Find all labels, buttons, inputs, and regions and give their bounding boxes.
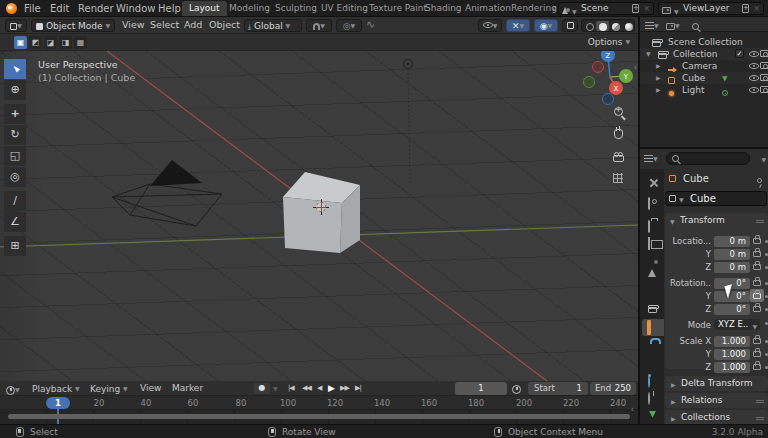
collection-checkbox[interactable]: ✓: [735, 49, 744, 58]
blender-logo-icon[interactable]: [6, 3, 17, 14]
panel-grip-icon[interactable]: [756, 398, 764, 403]
tool-measure[interactable]: ∠: [4, 212, 26, 232]
properties-search-input[interactable]: [666, 152, 750, 165]
viewlayer-selector[interactable]: ▼ ViewLayer ×: [658, 2, 764, 15]
zoom-button[interactable]: [610, 107, 626, 123]
hide-eye-icon[interactable]: [749, 51, 759, 57]
disable-render-icon[interactable]: [760, 86, 768, 93]
falloff-curve-icon[interactable]: ∿: [366, 17, 375, 33]
search-icon[interactable]: [692, 21, 699, 32]
lock-icon[interactable]: [753, 251, 761, 257]
next-keyframe-button[interactable]: ▶▶: [340, 381, 349, 396]
tab-scene[interactable]: [642, 255, 664, 272]
tool-transform[interactable]: ◎: [4, 167, 26, 187]
menu-file[interactable]: File: [22, 0, 43, 17]
unlink-scene-icon[interactable]: ×: [643, 3, 650, 14]
options-dropdown[interactable]: Options ▼: [588, 34, 630, 50]
menu-help[interactable]: Help: [156, 0, 183, 17]
pin-icon[interactable]: [757, 174, 762, 185]
tab-physics[interactable]: [642, 373, 664, 390]
outliner-display-mode[interactable]: ▼: [666, 20, 680, 31]
properties-editor-icon[interactable]: ▼: [644, 153, 658, 164]
perspective-toggle-button[interactable]: [610, 173, 626, 189]
outliner-editor-icon[interactable]: ▼: [645, 20, 659, 31]
tab-tool[interactable]: [642, 175, 664, 192]
region-collapse-arrow[interactable]: ‹: [631, 405, 634, 414]
outliner-row-scene-collection[interactable]: Scene Collection: [640, 36, 768, 48]
menu-playback[interactable]: Playback ▼: [32, 381, 80, 397]
expand-icon[interactable]: ▶: [656, 60, 661, 72]
menu-view[interactable]: View: [122, 17, 145, 33]
gizmo-x-neg[interactable]: [593, 62, 604, 73]
scale-z-field[interactable]: 1.000: [714, 362, 750, 373]
camera-object[interactable]: [112, 160, 222, 226]
tab-object[interactable]: [642, 319, 664, 336]
relations-panel[interactable]: ▶ Relations: [665, 393, 768, 408]
rotation-mode-dropdown[interactable]: XYZ E..▼: [714, 319, 760, 330]
object-name-field[interactable]: ▼ Cube: [665, 191, 767, 206]
hide-eye-icon[interactable]: [749, 63, 759, 69]
tab-modifiers[interactable]: [642, 339, 664, 356]
collections-panel[interactable]: ▶ Collections: [665, 410, 768, 424]
tab-object-data[interactable]: ▲: [642, 406, 664, 423]
select-mode-subtract-button[interactable]: ◪: [44, 36, 57, 49]
hide-eye-icon[interactable]: [749, 75, 759, 81]
disable-render-icon[interactable]: [760, 62, 768, 69]
panel-title[interactable]: Transform: [680, 213, 725, 228]
viewport-3d[interactable]: User Perspective (1) Collection | Cube ►…: [0, 51, 638, 381]
scale-x-field[interactable]: 1.000: [714, 336, 750, 347]
panel-grip-icon[interactable]: [756, 218, 764, 223]
timeline-ruler[interactable]: 20 40 60 80 100 120 140 160 180 200 220 …: [0, 396, 638, 410]
light-data-icon[interactable]: [722, 87, 728, 99]
hide-eye-icon[interactable]: [749, 87, 759, 93]
workspace-scroll-left[interactable]: ‹: [550, 0, 558, 17]
new-scene-icon[interactable]: [632, 4, 639, 15]
transform-orientation-select[interactable]: ⤓ Global ▼: [244, 19, 302, 32]
object-visibility-dropdown[interactable]: ▼: [478, 19, 502, 32]
menu-keying[interactable]: Keying ▼: [90, 381, 128, 397]
shading-rendered-button[interactable]: [622, 21, 635, 31]
use-preview-range-button[interactable]: [512, 383, 521, 394]
frame-end-field[interactable]: End 250: [590, 382, 636, 395]
light-object[interactable]: [404, 60, 413, 186]
navigation-gizmo[interactable]: Z Y X: [580, 51, 638, 108]
location-x-field[interactable]: 0 m: [714, 236, 750, 247]
lock-icon[interactable]: [753, 338, 761, 344]
tab-output[interactable]: [642, 215, 664, 232]
tool-cursor[interactable]: ⊕: [4, 80, 26, 100]
tool-add-cube[interactable]: ⊞: [4, 236, 26, 256]
lock-icon[interactable]: [753, 351, 761, 357]
select-mode-extend-button[interactable]: ◩: [29, 36, 42, 49]
lock-icon[interactable]: [753, 264, 761, 270]
play-reverse-button[interactable]: ◀: [317, 381, 321, 396]
outliner-row-camera[interactable]: ▶ Camera: [640, 60, 768, 72]
mode-select[interactable]: Object Mode ▼: [31, 19, 115, 32]
expand-icon[interactable]: ▶: [656, 84, 661, 96]
collapse-icon[interactable]: ▼: [670, 218, 675, 225]
select-mode-invert-button[interactable]: ◨: [59, 36, 72, 49]
menu-view[interactable]: View: [140, 381, 161, 396]
snap-toggle[interactable]: ▼: [306, 19, 332, 32]
tool-scale[interactable]: ◱: [4, 146, 26, 166]
show-gizmo-toggle[interactable]: ✕▼: [506, 19, 530, 32]
workspace-tab-layout[interactable]: Layout: [182, 1, 227, 16]
camera-view-button[interactable]: [610, 151, 626, 167]
sidebar-collapse-arrow[interactable]: ‹: [634, 63, 637, 72]
editor-type-button[interactable]: ▼: [5, 19, 27, 32]
menu-window[interactable]: Window: [114, 0, 157, 17]
tool-select-box[interactable]: ►: [4, 59, 26, 79]
gizmo-y-neg[interactable]: [584, 77, 595, 88]
playhead-frame-badge[interactable]: 1: [46, 397, 70, 409]
expand-icon[interactable]: ▼: [646, 48, 651, 60]
tab-world[interactable]: [642, 275, 664, 292]
location-y-field[interactable]: 0 m: [714, 249, 750, 260]
menu-add[interactable]: Add: [184, 17, 202, 33]
current-frame-field[interactable]: 1: [455, 382, 507, 395]
show-overlays-toggle[interactable]: ◉▼: [534, 19, 558, 32]
shading-wireframe-button[interactable]: [583, 21, 596, 31]
menu-render[interactable]: Render: [76, 0, 116, 17]
lock-icon[interactable]: [753, 293, 761, 299]
jump-to-end-button[interactable]: ▶|: [355, 381, 361, 396]
scale-y-field[interactable]: 1.000: [714, 349, 750, 360]
panel-grip-icon[interactable]: [756, 415, 764, 420]
